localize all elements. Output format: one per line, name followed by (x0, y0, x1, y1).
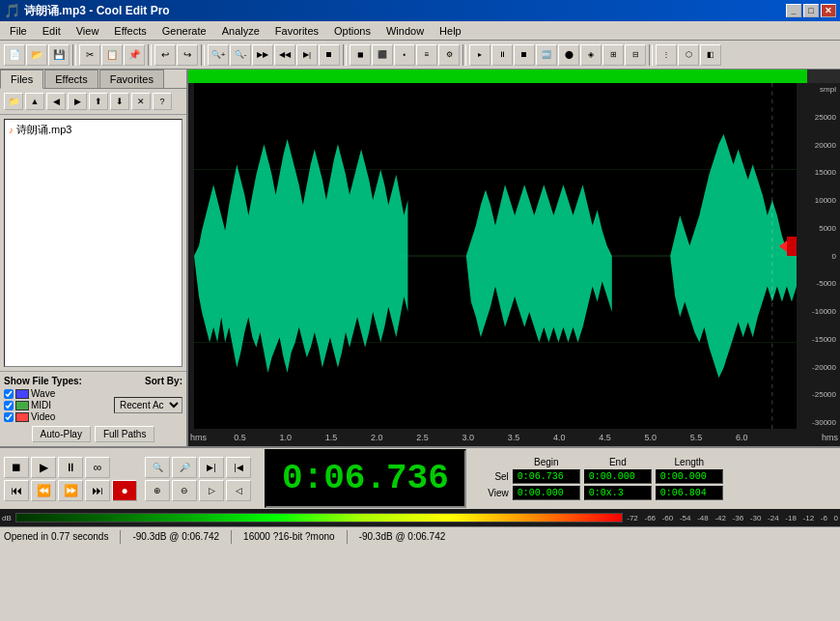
zoom-row-1: 🔍 🔎 ▶| |◀ (145, 457, 251, 478)
lt-btn-4[interactable]: ▶ (68, 93, 87, 110)
lt-btn-7[interactable]: ✕ (131, 93, 151, 110)
filter-header: Show File Types: Sort By: (4, 376, 182, 386)
go-end-button[interactable]: ⏭ (85, 480, 110, 501)
lt-btn-6[interactable]: ⬇ (110, 93, 129, 110)
stop-button[interactable]: ⏹ (4, 457, 29, 478)
menu-generate[interactable]: Generate (154, 23, 214, 39)
scale-25000: 25000 (815, 113, 836, 122)
menu-view[interactable]: View (69, 23, 107, 39)
tb-b5[interactable]: ◼ (350, 44, 371, 66)
tb-d1[interactable]: ⋮ (656, 44, 677, 66)
play-button[interactable]: ▶ (31, 457, 56, 478)
lt-btn-3[interactable]: ◀ (46, 93, 66, 110)
status-db-right: -90.3dB @ 0:06.742 (359, 531, 446, 542)
tab-bar: Files Effects Favorites (0, 70, 186, 89)
tb-b8[interactable]: ≡ (416, 44, 437, 66)
zoom-sel-btn[interactable]: ▶| (199, 457, 224, 478)
scale-n30000: -30000 (812, 418, 836, 427)
maximize-button[interactable]: □ (803, 4, 819, 17)
rwd-button[interactable]: ⏪ (31, 480, 56, 501)
pause-button[interactable]: ⏸ (58, 457, 83, 478)
filter-wave: Wave (4, 388, 55, 399)
tb-b9[interactable]: ⚙ (438, 44, 460, 66)
tab-favorites[interactable]: Favorites (99, 70, 164, 88)
tb-b1[interactable]: ▶▶ (252, 44, 273, 66)
autoplay-button[interactable]: Auto-Play (32, 426, 91, 442)
view-begin-field[interactable]: 0:00.000 (513, 486, 580, 500)
fullpaths-button[interactable]: Full Paths (95, 426, 154, 442)
lt-btn-1[interactable]: 📁 (4, 93, 23, 110)
minimize-button[interactable]: _ (786, 4, 801, 17)
waveform-svg (194, 83, 797, 429)
menu-effects[interactable]: Effects (106, 23, 154, 39)
tb-b4[interactable]: ⏹ (319, 44, 340, 66)
tb-b6[interactable]: ⬛ (372, 44, 393, 66)
tb-c8[interactable]: ⊟ (625, 44, 646, 66)
lt-btn-5[interactable]: ⬆ (89, 93, 108, 110)
zoom-r3[interactable]: ▷ (199, 480, 224, 501)
menu-favorites[interactable]: Favorites (267, 23, 326, 39)
tb-c6[interactable]: ◈ (580, 44, 602, 66)
tb-c2[interactable]: ⏸ (491, 44, 513, 66)
zoom-in-btn[interactable]: 🔍 (145, 457, 170, 478)
tb-b2[interactable]: ◀◀ (274, 44, 295, 66)
tb-c7[interactable]: ⊞ (602, 44, 624, 66)
tb-c4[interactable]: 🔤 (536, 44, 557, 66)
loop-button[interactable]: ∞ (85, 457, 110, 478)
tb-new[interactable]: 📄 (4, 44, 25, 66)
tab-files[interactable]: Files (0, 70, 43, 89)
filter-video-check[interactable] (4, 412, 14, 422)
tb-cut[interactable]: ✂ (79, 44, 100, 66)
sort-dropdown[interactable]: Recent Ac (114, 397, 182, 413)
tb-b3[interactable]: ▶| (296, 44, 318, 66)
go-start-button[interactable]: ⏮ (4, 480, 29, 501)
tb-zoom-out[interactable]: 🔍- (230, 44, 251, 66)
waveform-canvas[interactable] (194, 83, 797, 429)
close-button[interactable]: ✕ (821, 4, 836, 17)
file-list[interactable]: ♪ 诗朗诵.mp3 (4, 119, 182, 367)
fwd-button[interactable]: ⏩ (58, 480, 83, 501)
zoom-v-in-btn[interactable]: ⊕ (145, 480, 170, 501)
tb-c3[interactable]: ⏹ (514, 44, 535, 66)
zoom-out-btn[interactable]: 🔎 (172, 457, 197, 478)
view-end-field[interactable]: 0:0x.3 (584, 486, 652, 500)
menu-options[interactable]: Options (326, 23, 378, 39)
sel-length-field[interactable]: 0:00.000 (656, 469, 723, 484)
tb-zoom-in[interactable]: 🔍+ (208, 44, 229, 66)
tb-d3[interactable]: ◧ (700, 44, 721, 66)
record-button[interactable]: ● (112, 480, 137, 501)
zoom-full-btn[interactable]: |◀ (226, 457, 251, 478)
menu-edit[interactable]: Edit (35, 23, 69, 39)
tb-c1[interactable]: ▸ (469, 44, 490, 66)
tb-copy[interactable]: 📋 (101, 44, 123, 66)
view-row: View 0:00.000 0:0x.3 0:06.804 (480, 486, 836, 500)
tb-open[interactable]: 📂 (26, 44, 47, 66)
menu-analyze[interactable]: Analyze (214, 23, 267, 39)
title-bar-controls[interactable]: _ □ ✕ (786, 4, 836, 17)
menu-file[interactable]: File (2, 23, 35, 39)
zoom-r4[interactable]: ◁ (226, 480, 251, 501)
view-length-field[interactable]: 0:06.804 (656, 486, 723, 500)
tl-1-0: 1.0 (280, 433, 293, 442)
tb-redo[interactable]: ↪ (177, 44, 198, 66)
info-panel: Begin End Length Sel 0:06.736 0:00.000 0… (480, 457, 836, 500)
tb-b7[interactable]: ▪ (394, 44, 415, 66)
sel-end-field[interactable]: 0:00.000 (584, 469, 652, 484)
tb-undo[interactable]: ↩ (154, 44, 176, 66)
lt-btn-8[interactable]: ? (153, 93, 172, 110)
progress-region[interactable] (188, 70, 840, 83)
lt-btn-2[interactable]: ▲ (25, 93, 44, 110)
tb-c5[interactable]: ⬤ (558, 44, 579, 66)
tab-effects[interactable]: Effects (44, 70, 98, 88)
tb-sep3 (201, 44, 205, 66)
file-item[interactable]: ♪ 诗朗诵.mp3 (7, 122, 180, 138)
filter-wave-check[interactable] (4, 389, 14, 399)
menu-window[interactable]: Window (378, 23, 432, 39)
menu-help[interactable]: Help (432, 23, 469, 39)
filter-midi-check[interactable] (4, 401, 14, 410)
tb-save[interactable]: 💾 (48, 44, 70, 66)
zoom-v-out-btn[interactable]: ⊖ (172, 480, 197, 501)
sel-begin-field[interactable]: 0:06.736 (513, 469, 580, 484)
tb-paste[interactable]: 📌 (124, 44, 145, 66)
tb-d2[interactable]: ⬡ (678, 44, 699, 66)
